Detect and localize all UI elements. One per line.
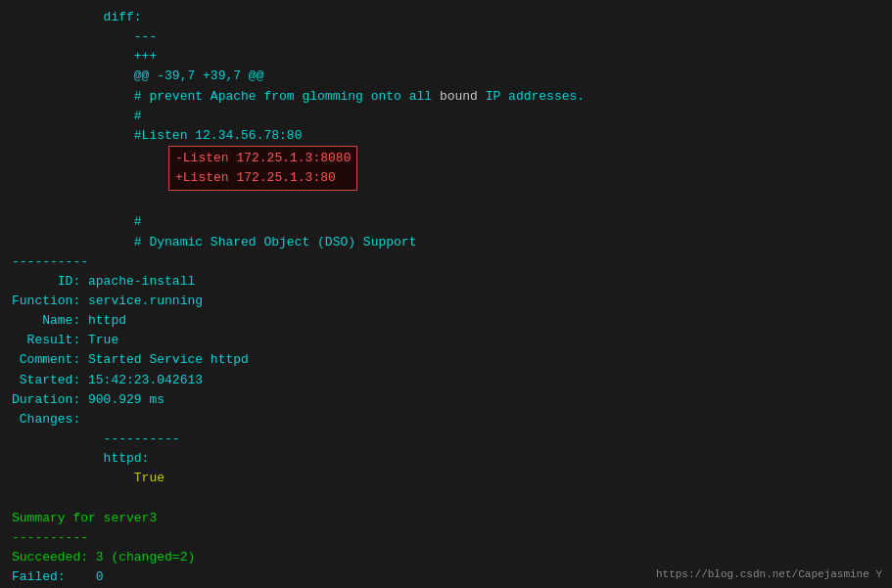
hash-line-2: # [12, 212, 880, 232]
diff-hunk-line: @@ -39,7 +39,7 @@ [12, 67, 880, 86]
watermark: https://blog.csdn.net/Capejasmine Y [656, 568, 882, 580]
name-line: Name: httpd [12, 311, 880, 331]
separator-2: ---------- [12, 430, 880, 449]
diff-label-line: diff: [12, 8, 880, 27]
succeeded-line: Succeeded: 3 (changed=2) [12, 548, 880, 567]
blank-1 [12, 193, 880, 212]
hash-line-1: # [12, 107, 880, 126]
blank-2 [12, 488, 880, 508]
changes-line: Changes: [12, 410, 880, 430]
diff-change-block: -Listen 172.25.1.3:8080 +Listen 172.25.1… [168, 146, 880, 191]
prevent-comment-line: # prevent Apache from glomming onto all … [12, 87, 880, 107]
removed-line: -Listen 172.25.1.3:8080 [175, 149, 351, 168]
started-line: Started: 15:42:23.042613 [12, 371, 880, 390]
httpd-label-line: httpd: [12, 449, 880, 469]
duration-line: Duration: 900.929 ms [12, 390, 880, 410]
comment-line: Comment: Started Service httpd [12, 350, 880, 370]
dso-comment-line: # Dynamic Shared Object (DSO) Support [12, 233, 880, 252]
terminal: diff: --- +++ @@ -39,7 +39,7 @@ # preven… [0, 0, 892, 588]
listen-comment-line: #Listen 12.34.56.78:80 [12, 126, 880, 146]
summary-line: Summary for server3 [12, 509, 880, 528]
diff-minus-line: --- [12, 27, 880, 47]
id-line: ID: apache-install [12, 272, 880, 292]
true-value-line: True [12, 469, 880, 488]
separator-3: ---------- [12, 528, 880, 548]
result-line: Result: True [12, 331, 880, 350]
diff-plus-line: +++ [12, 47, 880, 67]
added-line: +Listen 172.25.1.3:80 [175, 168, 351, 188]
function-line: Function: service.running [12, 292, 880, 311]
separator-1: ---------- [12, 252, 880, 272]
